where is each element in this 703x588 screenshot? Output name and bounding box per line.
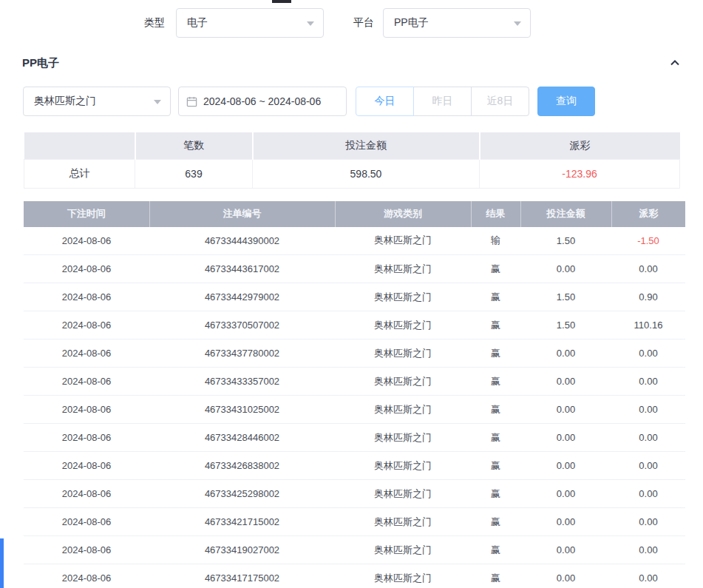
date-range-picker[interactable]: 2024-08-06 ~ 2024-08-06	[178, 87, 347, 116]
table-row: 2024-08-0646733425298002奥林匹斯之门赢0.000.00	[24, 480, 685, 508]
summary-payout-value: -123.96	[480, 159, 680, 188]
header-game-type: 游戏类别	[335, 201, 471, 227]
bet-amount-cell: 0.00	[520, 255, 611, 283]
table-row: 2024-08-0646733417175002奥林匹斯之门赢0.000.00	[24, 564, 685, 588]
query-button[interactable]: 查询	[537, 87, 595, 116]
result-cell: 赢	[471, 255, 520, 283]
table-row: 2024-08-0646733433357002奥林匹斯之门赢0.000.00	[24, 368, 685, 396]
bet-amount-cell: 0.00	[520, 339, 611, 368]
bet-amount-cell: 0.00	[520, 368, 611, 396]
bet-time-cell: 2024-08-06	[24, 368, 149, 396]
table-row: 2024-08-0646733444390002奥林匹斯之门输1.50-1.50	[24, 227, 685, 255]
bet-time-cell: 2024-08-06	[24, 536, 149, 564]
summary-header-row: 笔数 投注金额 派彩	[24, 132, 680, 159]
order-number-cell: 46733417175002	[149, 564, 335, 588]
summary-table: 笔数 投注金额 派彩 总计 639 598.50 -123.96	[24, 132, 680, 189]
bet-time-cell: 2024-08-06	[24, 283, 149, 311]
top-filter-bar: 类型 电子 平台 PP电子	[0, 0, 703, 38]
bet-time-cell: 2024-08-06	[24, 508, 149, 536]
game-type-cell: 奥林匹斯之门	[335, 536, 471, 564]
chevron-down-icon	[514, 21, 521, 26]
top-partial-element	[272, 0, 291, 3]
game-type-cell: 奥林匹斯之门	[335, 227, 471, 255]
today-button[interactable]: 今日	[356, 87, 414, 116]
left-scroll-indicator[interactable]	[0, 538, 4, 588]
summary-header-empty	[24, 132, 135, 159]
bet-amount-cell: 0.00	[520, 508, 611, 536]
order-number-cell: 46733431025002	[149, 396, 335, 424]
order-number-cell: 46733444390002	[149, 227, 335, 255]
type-select[interactable]: 电子	[176, 8, 324, 38]
bet-time-cell: 2024-08-06	[24, 396, 149, 424]
result-cell: 赢	[471, 396, 520, 424]
result-cell: 输	[471, 227, 520, 255]
game-type-cell: 奥林匹斯之门	[335, 368, 471, 396]
order-number-cell: 46733425298002	[149, 480, 335, 508]
bet-amount-cell: 0.00	[520, 536, 611, 564]
payout-cell: 0.00	[611, 255, 685, 283]
summary-total-row: 总计 639 598.50 -123.96	[24, 159, 680, 188]
result-cell: 赢	[471, 368, 520, 396]
bet-amount-cell: 0.00	[520, 480, 611, 508]
header-bet-amount: 投注金额	[520, 201, 611, 227]
bet-amount-cell: 1.50	[520, 283, 611, 311]
bet-amount-cell: 1.50	[520, 227, 611, 255]
platform-select[interactable]: PP电子	[383, 8, 531, 38]
bet-amount-cell: 0.00	[520, 396, 611, 424]
summary-header-bet-amount: 投注金额	[253, 132, 480, 159]
game-select-value: 奥林匹斯之门	[34, 95, 96, 108]
bet-time-cell: 2024-08-06	[24, 227, 149, 255]
section-header: PP电子	[22, 55, 681, 70]
game-type-cell: 奥林匹斯之门	[335, 255, 471, 283]
table-row: 2024-08-0646733419027002奥林匹斯之门赢0.000.00	[24, 536, 685, 564]
summary-header-payout: 派彩	[480, 132, 680, 159]
game-type-cell: 奥林匹斯之门	[335, 311, 471, 339]
header-payout: 派彩	[611, 201, 685, 227]
table-row: 2024-08-0646733428446002奥林匹斯之门赢0.000.00	[24, 424, 685, 452]
game-type-cell: 奥林匹斯之门	[335, 339, 471, 368]
result-cell: 赢	[471, 424, 520, 452]
result-cell: 赢	[471, 480, 520, 508]
order-number-cell: 46733437780002	[149, 339, 335, 368]
header-order-number: 注单编号	[149, 201, 335, 227]
payout-cell: 0.00	[611, 480, 685, 508]
result-cell: 赢	[471, 564, 520, 588]
payout-cell: -1.50	[611, 227, 685, 255]
game-type-cell: 奥林匹斯之门	[335, 564, 471, 588]
platform-select-value: PP电子	[394, 16, 429, 30]
chevron-up-icon[interactable]	[669, 57, 681, 69]
filter-row: 奥林匹斯之门 2024-08-06 ~ 2024-08-06 今日 昨日 近8日…	[23, 87, 703, 116]
yesterday-button[interactable]: 昨日	[413, 87, 472, 116]
type-label: 类型	[144, 16, 165, 30]
game-type-cell: 奥林匹斯之门	[335, 424, 471, 452]
game-type-cell: 奥林匹斯之门	[335, 480, 471, 508]
payout-cell: 0.00	[611, 396, 685, 424]
chevron-down-icon	[154, 100, 161, 104]
result-cell: 赢	[471, 339, 520, 368]
order-number-cell: 46733443617002	[149, 255, 335, 283]
bet-amount-cell: 0.00	[520, 424, 611, 452]
date-range-value: 2024-08-06 ~ 2024-08-06	[203, 95, 321, 107]
last8days-button[interactable]: 近8日	[471, 87, 529, 116]
bet-time-cell: 2024-08-06	[24, 339, 149, 368]
payout-cell: 0.00	[611, 339, 685, 368]
payout-cell: 0.90	[611, 283, 685, 311]
bet-table-body: 2024-08-0646733444390002奥林匹斯之门输1.50-1.50…	[24, 227, 685, 588]
bet-time-cell: 2024-08-06	[24, 255, 149, 283]
result-cell: 赢	[471, 508, 520, 536]
result-cell: 赢	[471, 536, 520, 564]
payout-cell: 0.00	[611, 564, 685, 588]
payout-cell: 0.00	[611, 424, 685, 452]
table-row: 2024-08-0646733421715002奥林匹斯之门赢0.000.00	[24, 508, 685, 536]
payout-cell: 0.00	[611, 508, 685, 536]
section-title: PP电子	[22, 56, 59, 70]
platform-label: 平台	[353, 16, 374, 30]
header-bet-time: 下注时间	[24, 201, 149, 227]
table-row: 2024-08-0646733437780002奥林匹斯之门赢0.000.00	[24, 339, 685, 368]
game-select[interactable]: 奥林匹斯之门	[23, 87, 171, 116]
header-result: 结果	[471, 201, 520, 227]
bet-time-cell: 2024-08-06	[24, 424, 149, 452]
payout-cell: 110.16	[611, 311, 685, 339]
calendar-icon	[186, 96, 197, 107]
bet-time-cell: 2024-08-06	[24, 564, 149, 588]
